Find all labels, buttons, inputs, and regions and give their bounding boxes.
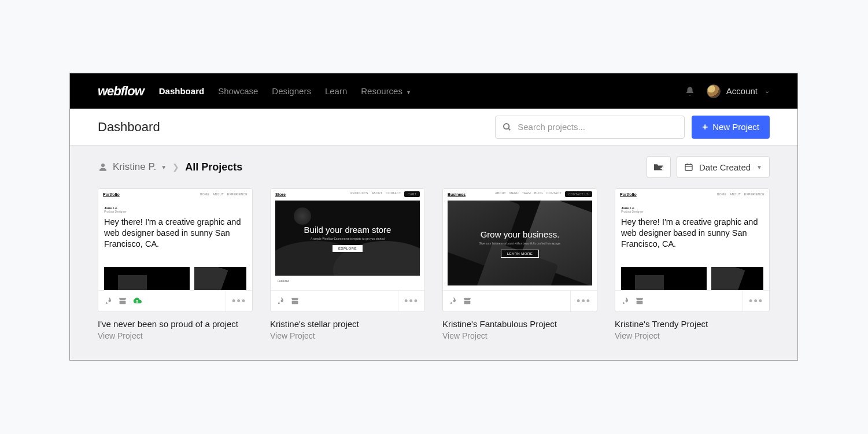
thumb-header: BusinessABOUTMENUTEAMBLOGCONTACTCONTACT … (443, 189, 597, 199)
card-footer: ••• (271, 291, 424, 311)
sub-header: Dashboard + New Project (70, 109, 797, 146)
project-thumbnail[interactable]: BusinessABOUTMENUTEAMBLOGCONTACTCONTACT … (443, 189, 597, 291)
project-title: Kristine's Trendy Project (615, 319, 770, 329)
project-card: PortfolioHOMEABOUTEXPERIENCEJane LoProdu… (615, 188, 770, 340)
svg-line-1 (508, 128, 510, 130)
thumb-hero: Build your dream store A simple Webflow … (275, 201, 420, 276)
rocket-icon (621, 296, 630, 306)
nav-showcase[interactable]: Showcase (218, 86, 258, 96)
card-status-icons (449, 296, 472, 306)
brand-logo[interactable]: webflow (98, 84, 144, 99)
caret-down-icon: ▼ (161, 164, 167, 170)
calendar-icon (684, 162, 693, 172)
nav-links: Dashboard Showcase Designers Learn Resou… (159, 86, 410, 96)
caret-down-icon: ▼ (756, 164, 762, 170)
thumb-menu: HOMEABOUTEXPERIENCE (717, 192, 764, 196)
thumb-header: StorePRODUCTSABOUTCONTACTCART (271, 189, 424, 199)
thumb-body: Jane LoProduct DesignerHey there! I'm a … (104, 206, 246, 250)
project-card: StorePRODUCTSABOUTCONTACTCART Build your… (270, 188, 425, 340)
app-window: webflow Dashboard Showcase Designers Lea… (69, 73, 798, 361)
new-folder-button[interactable] (647, 156, 671, 178)
projects-grid: PortfolioHOMEABOUTEXPERIENCEJane LoProdu… (98, 188, 770, 340)
workspace-user-name: Kristine P. (113, 161, 156, 173)
svg-rect-5 (685, 164, 692, 170)
account-menu[interactable]: Account ⌄ (707, 84, 770, 98)
breadcrumb-current: All Projects (185, 161, 242, 173)
nav-resources[interactable]: Resources ▾ (361, 86, 410, 96)
thumb-header: PortfolioHOMEABOUTEXPERIENCE (98, 189, 252, 199)
project-card: BusinessABOUTMENUTEAMBLOGCONTACTCONTACT … (442, 188, 597, 340)
svg-point-0 (504, 124, 509, 129)
view-project-link[interactable]: View Project (98, 331, 253, 340)
top-nav: webflow Dashboard Showcase Designers Lea… (70, 73, 797, 109)
nav-learn[interactable]: Learn (325, 86, 347, 96)
rocket-icon (104, 296, 113, 306)
store-icon (118, 296, 127, 306)
search-box[interactable] (495, 116, 685, 139)
card-status-icons (104, 296, 142, 306)
svg-rect-4 (662, 166, 663, 170)
project-card-body[interactable]: BusinessABOUTMENUTEAMBLOGCONTACTCONTACT … (442, 188, 597, 312)
store-icon (290, 296, 300, 306)
more-options-button[interactable]: ••• (743, 291, 763, 311)
store-icon (463, 296, 472, 306)
thumb-template-name: Business (448, 192, 466, 196)
plus-icon: + (702, 121, 708, 133)
card-footer: ••• (443, 291, 597, 311)
project-card-body[interactable]: PortfolioHOMEABOUTEXPERIENCEJane LoProdu… (98, 188, 253, 312)
svg-point-2 (101, 164, 105, 167)
view-project-link[interactable]: View Project (615, 331, 770, 340)
thumb-strip: Featured (275, 277, 420, 290)
workspace-selector[interactable]: Kristine P. ▼ (98, 161, 167, 173)
nav-dashboard[interactable]: Dashboard (159, 86, 204, 96)
project-thumbnail[interactable]: StorePRODUCTSABOUTCONTACTCART Build your… (271, 189, 424, 291)
thumb-images (621, 267, 763, 290)
card-footer: ••• (615, 291, 769, 311)
chevron-down-icon: ⌄ (764, 87, 770, 95)
view-project-link[interactable]: View Project (270, 331, 425, 340)
person-icon (98, 162, 108, 172)
new-project-button[interactable]: + New Project (692, 116, 770, 139)
folder-plus-icon (653, 162, 664, 172)
project-thumbnail[interactable]: PortfolioHOMEABOUTEXPERIENCEJane LoProdu… (615, 189, 769, 291)
project-card-body[interactable]: PortfolioHOMEABOUTEXPERIENCEJane LoProdu… (615, 188, 770, 312)
project-card-body[interactable]: StorePRODUCTSABOUTCONTACTCART Build your… (270, 188, 425, 312)
notifications-icon[interactable] (684, 85, 696, 98)
cloud-upload-icon (132, 296, 142, 306)
breadcrumb-row: Kristine P. ▼ ❯ All Projects Date Create… (98, 156, 770, 178)
nav-designers[interactable]: Designers (272, 86, 311, 96)
chevron-down-icon: ▾ (407, 89, 410, 95)
chevron-right-icon: ❯ (172, 162, 179, 172)
thumb-body: Jane LoProduct DesignerHey there! I'm a … (621, 206, 763, 250)
thumb-header: PortfolioHOMEABOUTEXPERIENCE (615, 189, 769, 199)
card-footer: ••• (98, 291, 252, 311)
thumb-template-name: Store (275, 192, 286, 196)
card-status-icons (621, 296, 644, 306)
page-title: Dashboard (98, 120, 160, 135)
avatar (707, 84, 721, 98)
more-options-button[interactable]: ••• (398, 291, 419, 311)
thumb-template-name: Portfolio (103, 192, 120, 196)
thumb-images (104, 267, 246, 290)
search-icon (503, 123, 512, 132)
account-label: Account (726, 86, 758, 96)
sort-label: Date Created (699, 162, 751, 172)
thumb-template-name: Portfolio (620, 192, 637, 196)
search-input[interactable] (518, 122, 677, 132)
card-status-icons (276, 296, 300, 306)
project-title: Kristine's stellar project (270, 319, 425, 329)
more-options-button[interactable]: ••• (226, 291, 246, 311)
project-card: PortfolioHOMEABOUTEXPERIENCEJane LoProdu… (98, 188, 253, 340)
more-options-button[interactable]: ••• (570, 291, 591, 311)
thumb-hero: Grow your business. Give your business a… (448, 201, 592, 286)
store-icon (635, 296, 644, 306)
thumb-menu: PRODUCTSABOUTCONTACTCART (350, 191, 420, 197)
sort-button[interactable]: Date Created ▼ (677, 156, 770, 178)
new-project-label: New Project (712, 122, 759, 132)
project-thumbnail[interactable]: PortfolioHOMEABOUTEXPERIENCEJane LoProdu… (98, 189, 252, 291)
project-title: Kristine's Fantabulous Project (442, 319, 597, 329)
nav-resources-label: Resources (361, 86, 402, 96)
content-area: Kristine P. ▼ ❯ All Projects Date Create… (70, 146, 797, 360)
thumb-menu: HOMEABOUTEXPERIENCE (200, 192, 248, 196)
view-project-link[interactable]: View Project (442, 331, 597, 340)
